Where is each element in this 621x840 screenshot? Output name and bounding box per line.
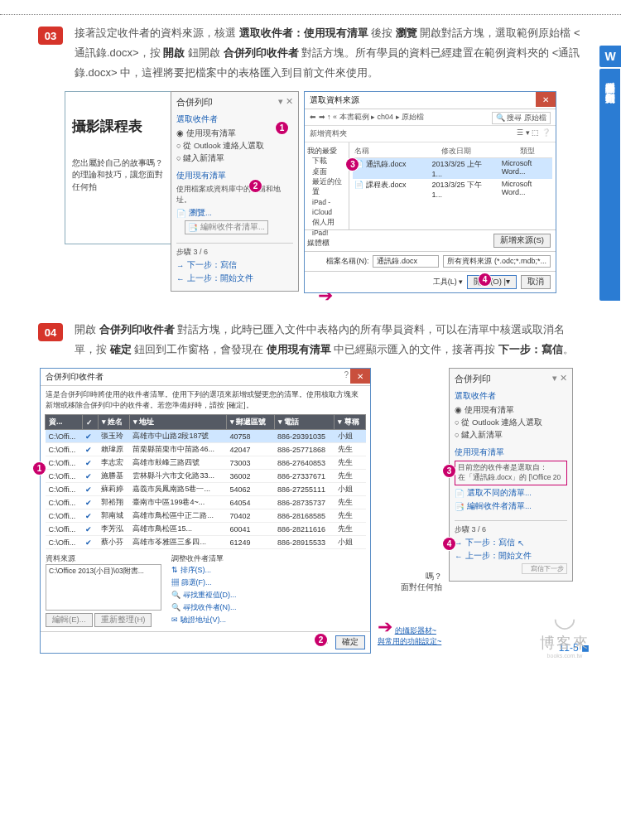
datasource-list[interactable]: C:\Office 2013(小目)\03附書... — [46, 564, 161, 611]
link2[interactable]: 與常用的功能設定~ — [378, 637, 441, 645]
step-03: 03 接著設定收件者的資料來源，核選 選取收件者：使用現有清單 後按 瀏覽 開啟… — [0, 23, 621, 83]
next-step-link[interactable]: → 下一步：寫信 ↖ 4 — [455, 538, 524, 548]
table-row[interactable]: C:\Offi...✔蘇莉婷嘉義市吳鳳南路5巷一...54062886-2725… — [46, 483, 366, 496]
word-app-icon: W — [599, 46, 621, 67]
new-source-button[interactable]: 新增來源(S) — [493, 234, 551, 248]
mail-merge-panel-2: 合併列印▾ ✕ 選取收件者 ◉ 使用現有清單 ○ 從 Outlook 連絡人選取… — [449, 368, 573, 582]
recipients-dialog: 合併列印收件者?✕ 這是合併列印時將使用的收件者清單。使用下列的選項來新增或變更… — [40, 368, 371, 654]
current-list-box: 目前您的收件者是選取自： 在「通訊錄.docx」的 [\Office 20 3 — [455, 461, 567, 485]
badge-3: 3 — [443, 465, 455, 477]
radio-outlook[interactable]: ○ 從 Outlook 連絡人選取 — [455, 417, 567, 429]
filter-link[interactable]: ▦ 篩選(F)... — [171, 577, 365, 589]
prev-step-link[interactable]: ← 上一步：開始文件 — [176, 273, 253, 284]
select-diff-link[interactable]: 📄 選取不同的清單... — [455, 488, 532, 499]
file-row-selected: 📄 通訊錄.docx2013/3/25 上午 1...Microsoft Wor… — [353, 158, 552, 179]
close-icon[interactable]: ✕ — [350, 369, 370, 384]
step-03-text: 接著設定收件者的資料來源，核選 選取收件者：使用現有清單 後按 瀏覽 開啟對話方… — [75, 23, 581, 83]
screenshot-04: 合併列印收件者?✕ 這是合併列印時將使用的收件者清單。使用下列的選項來新增或變更… — [40, 368, 590, 654]
prev-step-link[interactable]: ← 上一步：開始文件 — [455, 551, 532, 562]
step-04: 04 開啟 合併列印收件者 對話方塊，此時已匯入文件中表格內的所有學員資料，可以… — [0, 320, 621, 360]
close-icon[interactable]: ✕ — [536, 92, 556, 107]
step-num-04: 04 — [38, 323, 63, 341]
new-folder-button[interactable]: 新增資料夾 — [310, 129, 347, 138]
radio-new[interactable]: ○ 鍵入新清單 — [176, 152, 293, 165]
cancel-button[interactable]: 取消 — [521, 275, 551, 289]
filename-input[interactable]: 通訊錄.docx — [373, 255, 439, 268]
table-row[interactable]: C:\Offi...✔賴瑋原苗栗縣苗栗市中苗路46...42047886-257… — [46, 443, 366, 456]
browse-link[interactable]: 📄 瀏覽... — [176, 208, 212, 219]
close-icon[interactable]: ▾ ✕ — [552, 373, 567, 385]
find-recip-link[interactable]: 🔍 尋找收件者(N)... — [171, 601, 365, 614]
doc-heading: 攝影課程表 — [72, 117, 165, 136]
radio-new[interactable]: ○ 鍵入新清單 — [455, 429, 567, 442]
edit-button[interactable]: 編輯(E)... — [46, 613, 93, 627]
recipients-table[interactable]: 資...✓▾ 姓名▾ 地址▾ 郵遞區號▾ 電話▾ 尊稱 C:\Offi...✔張… — [45, 414, 366, 549]
edit-recip-link[interactable]: 📑 編輯收件者清單... — [455, 501, 532, 512]
refresh-button[interactable]: 重新整理(H) — [94, 613, 152, 627]
side-tab: W 攝影課程表信件套印／合併列印與標籤套印 — [599, 46, 621, 301]
edit-recipients-link[interactable]: 📑 編輯收件者清單... — [185, 220, 268, 234]
step-num-03: 03 — [38, 27, 63, 45]
step-04-text: 開啟 合併列印收件者 對話方塊，此時已匯入文件中表格內的所有學員資料，可以在清單… — [75, 320, 581, 360]
table-row[interactable]: C:\Offi...✔施勝基雲林縣斗六市文化路33...36002886-273… — [46, 470, 366, 483]
badge-4: 4 — [443, 538, 455, 550]
tooltip: 寫信下一步 — [522, 563, 567, 574]
sort-link[interactable]: ⇅ 排序(S)... — [171, 564, 365, 577]
tools-button[interactable]: 工具(L) ▾ — [433, 277, 464, 287]
arrow-icon: ➔ — [378, 616, 392, 637]
footer: ◡ 博客來 books.com.tw — [540, 601, 590, 659]
document-preview: 攝影課程表 您出屬於自己的故事嗎？ 的理論和技巧，讓您面對任何拍 — [65, 91, 172, 244]
validate-link[interactable]: ✉ 驗證地址(V)... — [171, 614, 365, 626]
table-row[interactable]: C:\Offi...✔郭裕翔臺南市中區199巷4~...64054886-287… — [46, 496, 366, 509]
file-open-dialog: 選取資料來源✕ ⬅ ➡ ↑ « 本書範例 ▸ ch04 ▸ 原始檔 🔍 搜尋 原… — [304, 91, 556, 293]
close-icon[interactable]: ▾ ✕ — [278, 96, 293, 109]
mail-merge-panel: 合併列印▾ ✕ 選取收件者 ◉ 使用現有清單 ○ 從 Outlook 連絡人選取… — [171, 91, 299, 292]
find-dup-link[interactable]: 🔍 尋找重複值(D)... — [171, 589, 365, 601]
ok-button[interactable]: 確定 — [335, 635, 365, 649]
filetype-select[interactable]: 所有資料來源 (*.odc;*.mdb;*... — [443, 255, 551, 268]
link1[interactable]: 的攝影器材~ — [395, 626, 436, 635]
search-input[interactable]: 🔍 搜尋 原始檔 — [492, 112, 551, 124]
table-row[interactable]: C:\Offi...✔李芳泓高雄市鳥松區15...60041886-282116… — [46, 523, 366, 536]
chapter-label: 攝影課程表信件套印／合併列印與標籤套印 — [599, 69, 620, 301]
table-row[interactable]: C:\Offi...✔李志宏高雄市鼓峰三路四號73003886-27640853… — [46, 456, 366, 470]
radio-existing[interactable]: ◉ 使用現有清單 — [455, 404, 567, 417]
radio-outlook[interactable]: ○ 從 Outlook 連絡人選取 — [176, 140, 293, 152]
table-row[interactable]: C:\Offi...✔蔡小芬高雄市苓雅區三多四...61249886-28915… — [46, 536, 366, 549]
file-list[interactable]: 名稱修改日期類型 📄 通訊錄.docx2013/3/25 上午 1...Micr… — [349, 142, 556, 229]
top-rule — [0, 0, 621, 15]
smile-icon: ◡ — [540, 601, 590, 633]
table-row[interactable]: C:\Offi...✔張玉玲高雄市中山路2段187號40758886-29391… — [46, 430, 366, 443]
screenshot-03: 攝影課程表 您出屬於自己的故事嗎？ 的理論和技巧，讓您面對任何拍 合併列印▾ ✕… — [65, 91, 590, 305]
next-step-link[interactable]: → 下一步：寫信 — [176, 260, 237, 271]
badge-1: 1 — [33, 462, 46, 475]
table-row[interactable]: C:\Offi...✔郭南城高雄市鳥松區中正二路...70402886-2816… — [46, 509, 366, 523]
folder-tree[interactable]: 我的最愛下載桌面最近的位置iPad - iCloud個人用iPad!媒體櫃 — [305, 142, 349, 229]
open-button[interactable]: 開啟(O) |▾ — [467, 275, 517, 289]
